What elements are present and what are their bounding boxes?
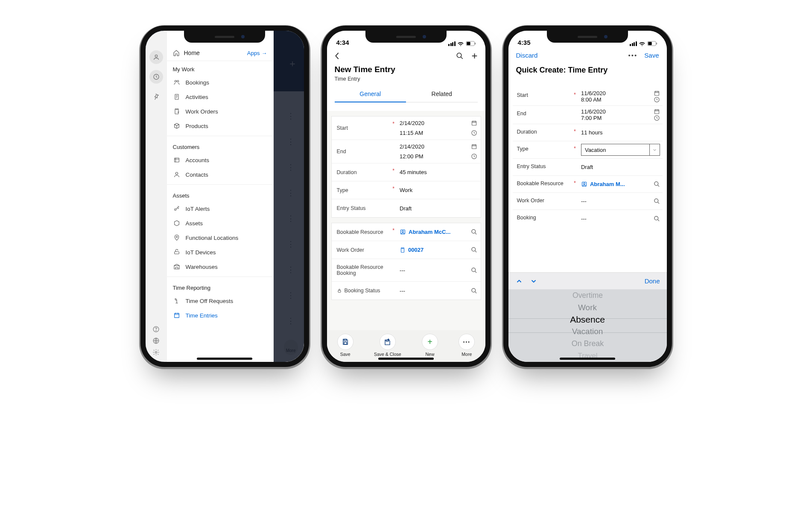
work-order-value[interactable]: --- — [581, 198, 587, 204]
entry-status-value[interactable]: Draft — [581, 164, 593, 170]
svg-point-29 — [471, 248, 475, 251]
calendar-icon[interactable] — [654, 108, 660, 115]
duration-value[interactable]: 11 hours — [581, 129, 603, 136]
lookup-icon[interactable] — [654, 198, 660, 204]
chevron-up-icon[interactable] — [515, 277, 523, 285]
rail-help-icon[interactable] — [152, 326, 160, 333]
start-date-value[interactable]: 2/14/2020 — [400, 120, 424, 126]
chevron-down-icon — [649, 144, 660, 155]
resource-icon — [400, 229, 406, 235]
nav-item-accounts[interactable]: Accounts — [167, 153, 273, 167]
label-duration: Duration* — [513, 124, 578, 141]
start-time-value[interactable]: 11:15 AM — [400, 130, 423, 136]
rail-globe-icon[interactable] — [152, 337, 160, 344]
type-value[interactable]: Work — [400, 187, 412, 193]
lookup-icon[interactable] — [471, 247, 477, 253]
nav-item-assets[interactable]: Assets — [167, 216, 273, 230]
end-time-value[interactable]: 7:00 PM — [581, 115, 602, 121]
nav-item-iot-devices[interactable]: IoT Devices — [167, 245, 273, 259]
discard-button[interactable]: Discard — [516, 52, 538, 59]
back-icon[interactable] — [335, 52, 340, 60]
lock-icon — [337, 288, 342, 293]
end-time-value[interactable]: 12:00 PM — [400, 153, 424, 160]
clock-icon[interactable] — [654, 115, 660, 121]
nav-item-time-entries[interactable]: Time Entries — [167, 308, 273, 323]
rail-profile-icon[interactable] — [149, 50, 163, 64]
calendar-icon[interactable] — [654, 90, 660, 96]
picker-wheel[interactable]: Overtime Work Absence Vacation On Break … — [508, 289, 667, 362]
tab-general[interactable]: General — [335, 86, 406, 102]
nav-item-products[interactable]: Products — [167, 119, 273, 133]
save-button[interactable]: Save — [337, 334, 353, 357]
search-icon[interactable] — [456, 52, 464, 60]
start-date-value[interactable]: 11/6/2020 — [581, 90, 606, 96]
plus-icon: + — [422, 334, 438, 350]
battery-icon — [647, 41, 657, 46]
lookup-icon[interactable] — [471, 229, 477, 235]
activities-icon — [173, 93, 181, 100]
nav-item-iot-alerts[interactable]: IoT Alerts — [167, 201, 273, 216]
work-orders-icon — [173, 108, 181, 115]
type-select[interactable]: Vacation — [581, 144, 660, 156]
nav-item-bookings[interactable]: Bookings — [167, 75, 273, 90]
nav-home-label[interactable]: Home — [184, 50, 200, 56]
picker-option[interactable]: On Break — [513, 338, 662, 349]
rail-settings-icon[interactable] — [152, 349, 160, 356]
picker-option[interactable]: Work — [508, 301, 667, 313]
home-indicator — [197, 358, 252, 360]
nav-item-warehouses[interactable]: Warehouses — [167, 259, 273, 274]
duration-value[interactable]: 45 minutes — [400, 169, 427, 175]
booking-value[interactable]: --- — [581, 215, 587, 222]
svg-rect-41 — [654, 110, 659, 114]
end-date-value[interactable]: 2/14/2020 — [400, 143, 424, 150]
form-section-details: Start* 2/14/2020 11:15 AM End 2/14/2020 … — [331, 116, 481, 218]
calendar-icon[interactable] — [471, 143, 477, 150]
lookup-icon[interactable] — [654, 215, 660, 222]
more-button[interactable]: ••• More — [459, 334, 475, 357]
rail-pin-icon[interactable] — [149, 90, 163, 103]
picker-done-button[interactable]: Done — [645, 277, 660, 285]
overflow-icon[interactable]: ••• — [628, 52, 638, 59]
nav-item-functional-locations[interactable]: Functional Locations — [167, 230, 273, 245]
svg-point-27 — [471, 230, 475, 233]
end-date-value[interactable]: 11/6/2020 — [581, 108, 606, 115]
label-type: Type* — [332, 181, 397, 199]
plus-icon[interactable]: + — [471, 50, 477, 62]
label-entry-status: Entry Status — [332, 199, 397, 217]
apps-link[interactable]: Apps → — [247, 50, 267, 56]
rail-clock-icon[interactable] — [149, 70, 163, 84]
start-time-value[interactable]: 8:00 AM — [581, 96, 602, 103]
action-bar: Save Save & Close + New ••• More — [327, 330, 485, 362]
clock-icon[interactable] — [471, 130, 477, 136]
nav-item-work-orders[interactable]: Work Orders — [167, 104, 273, 119]
work-order-value[interactable]: 00027 — [408, 247, 424, 253]
nav-item-activities[interactable]: Activities — [167, 90, 273, 104]
lookup-icon[interactable] — [471, 267, 477, 274]
brb-value[interactable]: --- — [400, 267, 405, 274]
nav-item-contacts[interactable]: Contacts — [167, 167, 273, 182]
svg-point-45 — [654, 182, 658, 186]
new-button[interactable]: + New — [422, 334, 438, 357]
clock-icon[interactable] — [471, 153, 477, 160]
svg-point-44 — [584, 183, 585, 184]
wifi-icon — [639, 41, 646, 46]
picker-option[interactable]: Vacation — [508, 326, 667, 338]
lookup-icon[interactable] — [654, 181, 660, 187]
booking-status-value[interactable]: --- — [400, 288, 405, 294]
label-duration: Duration* — [332, 163, 397, 181]
label-bookable-resource: Bookable Resource* — [332, 223, 397, 241]
bookable-resource-value[interactable]: Abraham McC... — [409, 229, 450, 235]
chevron-down-icon[interactable] — [530, 277, 537, 285]
save-close-button[interactable]: Save & Close — [374, 334, 401, 357]
picker-option[interactable]: Overtime — [514, 290, 660, 301]
nav-item-time-off-requests[interactable]: Time Off Requests — [167, 294, 273, 308]
calendar-icon[interactable] — [471, 120, 477, 126]
bookable-resource-value[interactable]: Abraham M... — [590, 181, 625, 187]
entry-status-value[interactable]: Draft — [400, 205, 412, 212]
tab-related[interactable]: Related — [406, 86, 478, 102]
save-button[interactable]: Save — [644, 52, 659, 59]
picker-option-selected[interactable]: Absence — [508, 314, 667, 326]
lookup-icon[interactable] — [471, 288, 477, 294]
svg-rect-31 — [338, 291, 341, 293]
clock-icon[interactable] — [654, 96, 660, 103]
